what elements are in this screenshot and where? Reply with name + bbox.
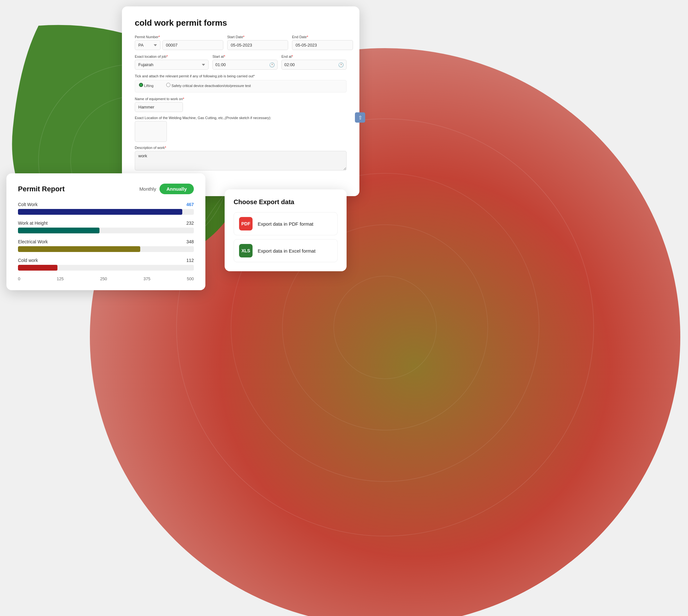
export-card-title: Choose Export data: [234, 198, 338, 206]
export-card: Choose Export data PDF Export data in PD…: [225, 190, 347, 271]
bar-label-row: Colt Work 467: [18, 202, 194, 207]
bar-label: Work at Height: [18, 221, 47, 226]
axis-500: 500: [187, 277, 194, 281]
end-date-label: End Date*: [292, 35, 353, 39]
tick-option-safety[interactable]: Safety critical device deactivation/oto/…: [166, 83, 251, 88]
tick-radio-lifting[interactable]: [139, 83, 143, 87]
axis-375: 375: [143, 277, 151, 281]
permit-number-group: Permit Number* PA: [135, 35, 223, 50]
bar-label: Colt Work: [18, 202, 38, 207]
report-card-title: Permit Report: [18, 185, 65, 193]
location-group: Exact location of job* Fujairah: [135, 54, 208, 70]
location-label: Exact location of job*: [135, 54, 208, 59]
start-date-input[interactable]: [227, 40, 288, 50]
chart-axis: 0 125 250 375 500: [18, 277, 194, 281]
clock-icon-2: 🕐: [338, 62, 344, 67]
form-row-1: Permit Number* PA Start Date* End Date*: [135, 35, 347, 50]
permit-number-input[interactable]: [162, 40, 223, 50]
axis-250: 250: [100, 277, 107, 281]
bar-item: Work at Height 232: [18, 221, 194, 233]
bar-label: Electrical Work: [18, 239, 48, 244]
form-title: cold work permit forms: [135, 18, 347, 28]
bars-container: Colt Work 467 Work at Height 232 Electri…: [18, 202, 194, 271]
location-select[interactable]: Fujairah: [135, 60, 208, 70]
tick-label-safety: Safety critical device deactivation/oto/…: [171, 84, 251, 88]
bar-value: 112: [186, 258, 194, 263]
sketch-group: Exact Location of the Welding Machine, G…: [135, 116, 347, 142]
tick-radio-safety[interactable]: [166, 83, 171, 87]
scroll-top-button[interactable]: ⇧: [355, 112, 365, 123]
bar-fill: [18, 227, 99, 233]
equipment-label: Name of equipment to work on*: [135, 97, 347, 101]
bar-label: Cold work: [18, 258, 38, 263]
export-label-excel: Export data in Excel format: [258, 248, 315, 254]
export-label-pdf: Export data in PDF format: [258, 221, 313, 227]
sketch-label: Exact Location of the Welding Machine, G…: [135, 116, 347, 120]
tick-section: Tick and attach the relevant permit if a…: [135, 74, 347, 92]
equipment-input[interactable]: [135, 102, 183, 112]
export-option-excel[interactable]: XLS Export data in Excel format: [234, 239, 338, 262]
toggle-group: Monthly Annually: [139, 183, 194, 194]
description-label: Description of work*: [135, 146, 347, 150]
form-row-2: Exact location of job* Fujairah Start at…: [135, 54, 347, 70]
tick-option-lifting[interactable]: Lifting: [139, 83, 153, 88]
clock-icon: 🕐: [269, 62, 275, 67]
export-option-pdf[interactable]: PDF Export data in PDF format: [234, 212, 338, 235]
start-date-group: Start Date*: [227, 35, 288, 50]
toggle-monthly-label[interactable]: Monthly: [139, 186, 156, 192]
bar-item: Colt Work 467: [18, 202, 194, 215]
bar-fill: [18, 265, 58, 271]
report-header: Permit Report Monthly Annually: [18, 183, 194, 194]
axis-125: 125: [57, 277, 64, 281]
bar-fill: [18, 209, 182, 215]
tick-options-container: Lifting Safety critical device deactivat…: [135, 80, 347, 92]
form-card: cold work permit forms Permit Number* PA…: [122, 6, 359, 196]
end-at-group: End at* 🕐: [282, 54, 347, 70]
bar-track: [18, 246, 194, 252]
tick-label-lifting: Lifting: [144, 84, 153, 88]
permit-number-pa-select[interactable]: PA: [135, 40, 160, 50]
tick-section-label: Tick and attach the relevant permit if a…: [135, 74, 347, 78]
report-card: Permit Report Monthly Annually Colt Work…: [6, 173, 205, 290]
bar-track: [18, 265, 194, 271]
bar-label-row: Work at Height 232: [18, 221, 194, 226]
export-options-container: PDF Export data in PDF format XLS Export…: [234, 212, 338, 262]
end-at-label: End at*: [282, 54, 347, 59]
end-at-input[interactable]: [284, 60, 338, 69]
bar-value: 467: [186, 202, 194, 207]
bar-track: [18, 227, 194, 233]
sketch-area[interactable]: [135, 121, 167, 142]
start-at-group: Start at* 🕐: [213, 54, 278, 70]
export-icon-excel: XLS: [239, 244, 252, 258]
permit-number-label: Permit Number*: [135, 35, 223, 39]
bar-item: Cold work 112: [18, 258, 194, 271]
axis-0: 0: [18, 277, 20, 281]
start-date-label: Start Date*: [227, 35, 288, 39]
start-at-input[interactable]: [215, 60, 269, 69]
bar-label-row: Cold work 112: [18, 258, 194, 263]
export-icon-pdf: PDF: [239, 217, 252, 230]
toggle-annually-button[interactable]: Annually: [159, 183, 194, 194]
bar-fill: [18, 246, 140, 252]
bar-item: Electrical Work 348: [18, 239, 194, 252]
bar-value: 348: [186, 239, 194, 244]
start-at-label: Start at*: [213, 54, 278, 59]
end-date-group: End Date*: [292, 35, 353, 50]
equipment-group: Name of equipment to work on*: [135, 97, 347, 112]
description-group: Description of work* work: [135, 146, 347, 171]
description-textarea[interactable]: work: [135, 151, 347, 171]
end-date-input[interactable]: [292, 40, 353, 50]
bar-value: 232: [186, 221, 194, 226]
bar-label-row: Electrical Work 348: [18, 239, 194, 244]
bar-track: [18, 209, 194, 215]
